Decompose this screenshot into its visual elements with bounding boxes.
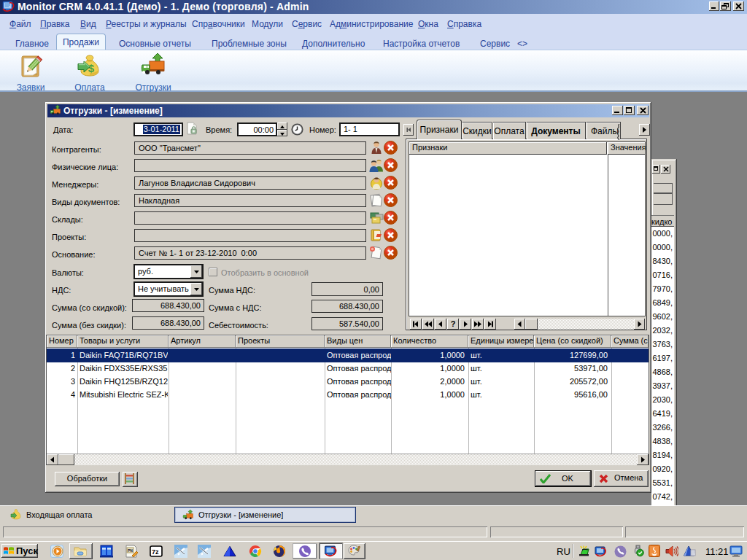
svg-text:PN: PN bbox=[128, 548, 133, 553]
svg-text:7z: 7z bbox=[152, 548, 159, 556]
svg-text:$: $ bbox=[88, 62, 95, 74]
